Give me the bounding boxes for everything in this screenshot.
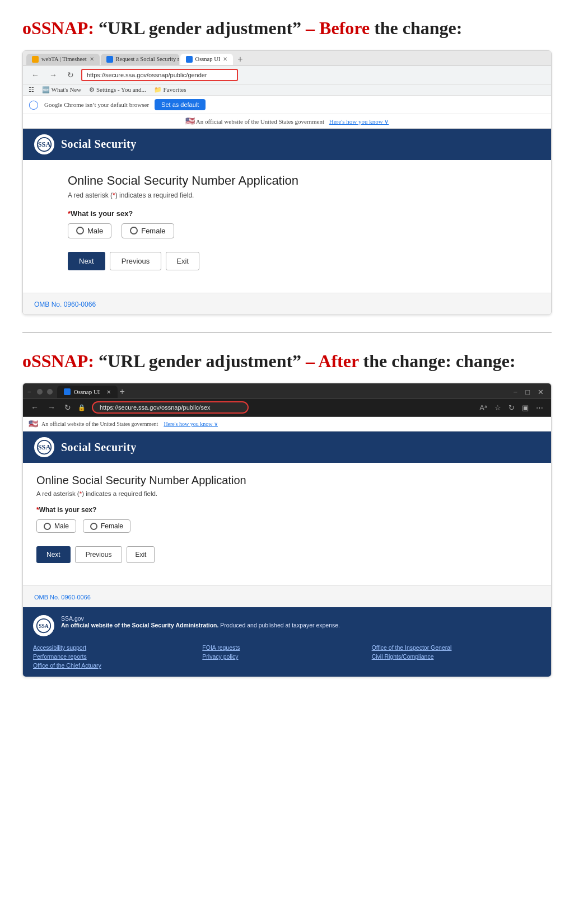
set-default-button[interactable]: Set as default [155, 99, 206, 110]
after-address-input[interactable] [92, 401, 249, 414]
after-footer-link-actuary[interactable]: Office of the Chief Actuary [33, 662, 202, 669]
before-tab-ossnap-close[interactable]: ✕ [223, 56, 227, 62]
bookmarks-favorites[interactable]: 📁 Favorites [154, 86, 186, 93]
before-page-title: Online Social Security Number Applicatio… [68, 173, 506, 188]
after-browser-body: SSA Social Security Online Social Securi… [23, 431, 551, 677]
after-radio-female-label: Female [101, 522, 123, 530]
after-footer-logo: SSA [33, 615, 54, 636]
after-heading-quoted: “URL gender adjustment” [99, 351, 301, 371]
before-radio-female[interactable]: Female [122, 223, 174, 238]
before-tab-ossnap-label: Ossnap UI [195, 56, 221, 62]
after-gov-banner-link[interactable]: Here's how you know ∨ [164, 421, 218, 427]
after-footer-link-inspector[interactable]: Office of the Inspector General [372, 644, 541, 651]
after-new-tab-button[interactable]: + [120, 387, 125, 397]
new-tab-button[interactable]: + [234, 53, 246, 65]
window-icon1 [37, 389, 43, 395]
after-toolbar-share[interactable]: ⋯ [534, 402, 545, 413]
after-radio-male[interactable]: Male [36, 519, 76, 533]
before-browser: webTA | Timesheet ✕ Request a Social Sec… [22, 50, 552, 315]
section-divider [22, 332, 552, 333]
after-exit-button[interactable]: Exit [127, 546, 155, 563]
bookmarks-whatsnew[interactable]: 🆕 What's New [42, 86, 81, 93]
before-heading-suffix: Before [319, 18, 370, 38]
back-button[interactable]: ← [29, 69, 42, 81]
before-exit-button[interactable]: Exit [166, 252, 199, 270]
after-footer-link-civil[interactable]: Civil Rights/Compliance [372, 653, 541, 660]
before-tab-webtA[interactable]: webTA | Timesheet ✕ [26, 54, 100, 65]
after-ssa-content: Online Social Security Number Applicatio… [23, 463, 551, 585]
after-maximize-button[interactable]: □ [522, 387, 533, 397]
after-address-lock-icon: 🔒 [78, 404, 86, 411]
svg-text:SSA: SSA [38, 444, 51, 452]
ssn-tab-icon [106, 56, 113, 63]
before-tab-ssn[interactable]: Request a Social Security num… ✕ [101, 54, 179, 65]
after-page-title: Online Social Security Number Applicatio… [36, 474, 538, 487]
before-ssa-header: SSA Social Security [23, 129, 551, 160]
after-tabs-bar: − Ossnap UI ✕ + − □ ✕ [23, 383, 551, 398]
before-ssa-content: Online Social Security Number Applicatio… [23, 160, 551, 293]
after-previous-button[interactable]: Previous [75, 546, 123, 563]
after-field-label: *What is your sex? [36, 506, 538, 514]
after-forward-button[interactable]: → [45, 402, 58, 413]
after-tab-ossnap[interactable]: Ossnap UI ✕ [57, 386, 118, 398]
after-bottom-footer: SSA SSA.gov An official website of the S… [23, 607, 551, 677]
after-subtitle: A red asterisk (*) indicates a required … [36, 490, 538, 497]
before-subtitle: A red asterisk (*) indicates a required … [68, 191, 506, 199]
after-browser: − Ossnap UI ✕ + − □ ✕ ← → ↻ 🔒 Aᵃ ☆ ↻ ▣ ⋯… [22, 383, 552, 677]
before-radio-female-circle [130, 227, 138, 234]
after-tab-close[interactable]: ✕ [106, 389, 111, 395]
after-footer-link-performance[interactable]: Performance reports [33, 653, 202, 660]
after-footer-desc-rest: Produced and published at taxpayer expen… [220, 622, 340, 628]
before-tabs-bar: webTA | Timesheet ✕ Request a Social Sec… [23, 51, 551, 66]
after-toolbar-star[interactable]: ☆ [492, 402, 503, 413]
refresh-button[interactable]: ↻ [64, 69, 77, 81]
before-ssa-footer: OMB No. 0960-0066 [23, 293, 551, 315]
after-minimize-button[interactable]: − [511, 387, 521, 397]
after-heading: oSSNAP: “URL gender adjustment” – After … [22, 350, 552, 373]
bookmarks-bar: ☷ 🆕 What's New ⚙ Settings - You and... 📁… [23, 85, 551, 96]
before-gov-banner-text: An official website of the United States… [196, 118, 324, 125]
before-previous-button[interactable]: Previous [110, 252, 162, 270]
forward-button[interactable]: → [46, 69, 60, 81]
after-close-button[interactable]: ✕ [535, 387, 547, 397]
after-heading-suffix: After [318, 351, 358, 371]
after-radio-female[interactable]: Female [83, 519, 130, 533]
after-tab-icon [64, 388, 71, 395]
before-radio-male[interactable]: Male [68, 223, 111, 238]
after-toolbar: Aᵃ ☆ ↻ ▣ ⋯ [477, 402, 545, 413]
before-tab-webtA-close[interactable]: ✕ [90, 56, 94, 62]
after-footer-link-accessibility[interactable]: Accessibility support [33, 644, 202, 651]
after-refresh-button[interactable]: ↻ [62, 402, 73, 413]
after-footer-link-foia[interactable]: FOIA requests [202, 644, 371, 651]
before-next-button[interactable]: Next [68, 252, 105, 270]
after-back-button[interactable]: ← [29, 402, 41, 413]
after-toolbar-refresh2[interactable]: ↻ [506, 402, 517, 413]
after-toolbar-aa[interactable]: Aᵃ [477, 402, 489, 413]
before-tab-ossnap[interactable]: Ossnap UI ✕ [180, 54, 234, 65]
before-gov-banner-link[interactable]: Here's how you know ∨ [329, 118, 389, 125]
before-radio-male-label: Male [87, 227, 103, 235]
before-ssa-logo: SSA [34, 134, 54, 154]
before-gov-banner: 🇺🇸 An official website of the United Sta… [23, 114, 551, 129]
bookmarks-settings[interactable]: ⚙ Settings - You and... [89, 86, 146, 93]
before-omb-link[interactable]: OMB No. 0960-0066 [34, 301, 96, 308]
after-toolbar-cast[interactable]: ▣ [520, 402, 531, 413]
before-ssa-header-title: Social Security [61, 138, 137, 151]
after-omb-link[interactable]: OMB No. 0960-0066 [34, 594, 91, 601]
after-ssa-logo: SSA [34, 437, 54, 457]
address-input-before[interactable] [81, 69, 238, 81]
after-footer-link-privacy[interactable]: Privacy policy [202, 653, 371, 660]
svg-text:SSA: SSA [38, 140, 51, 148]
after-footer-desc: SSA.gov An official website of the Socia… [61, 615, 340, 628]
after-tab-ossnap-label: Ossnap UI [74, 388, 100, 395]
after-gov-banner-text: An official website of the United States… [41, 421, 158, 427]
chrome-notice-text: Google Chrome isn’t your default browser [44, 101, 149, 108]
after-footer-top: SSA SSA.gov An official website of the S… [33, 615, 541, 636]
before-heading-quoted: “URL gender adjustment” [99, 18, 301, 38]
after-footer-desc-bold: An official website of the Social Securi… [61, 622, 218, 628]
window-min[interactable]: − [27, 388, 31, 396]
after-next-button[interactable]: Next [36, 546, 71, 563]
after-footer-col1: Accessibility support Performance report… [33, 644, 202, 669]
after-radio-male-circle [44, 523, 51, 530]
window-icon2 [47, 389, 53, 395]
